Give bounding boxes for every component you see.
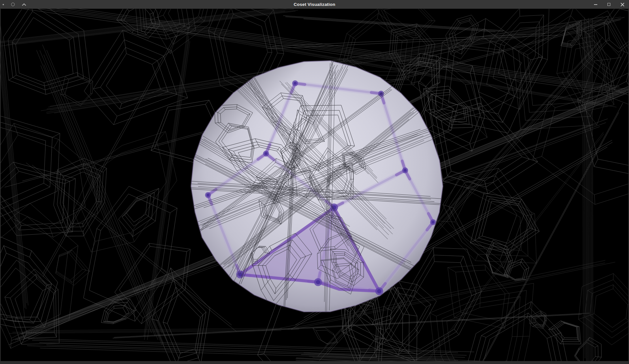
circle-icon[interactable] [11, 3, 15, 6]
close-button[interactable] [620, 3, 624, 7]
window-title: Coset Visualization [0, 0, 629, 9]
maximize-button[interactable] [607, 3, 610, 6]
maximize-icon [607, 3, 610, 6]
visualization-viewport[interactable] [1, 9, 628, 361]
window-controls [594, 0, 624, 9]
minimize-button[interactable] [594, 4, 597, 5]
titlebar[interactable]: Coset Visualization [0, 0, 629, 9]
coset-3d-scene [1, 9, 628, 361]
minimize-icon [594, 4, 597, 5]
window-bottom-border [0, 361, 629, 364]
chevron-up-icon[interactable] [22, 3, 26, 6]
desktop: { "window": { "title": "Coset Visualizat… [0, 0, 629, 364]
titlebar-left-icons [3, 0, 26, 9]
app-dot-icon[interactable] [3, 4, 4, 5]
